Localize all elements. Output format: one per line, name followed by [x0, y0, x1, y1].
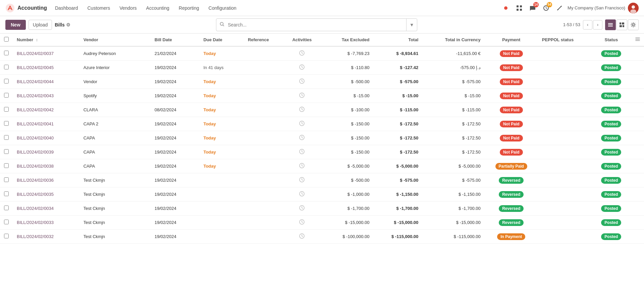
pagination-next[interactable]: › — [593, 20, 602, 30]
new-button[interactable]: New — [5, 20, 26, 30]
row-activities[interactable] — [284, 75, 320, 89]
row-vendor[interactable]: Audrey Peterson — [79, 46, 151, 61]
col-tax-excluded[interactable]: Tax Excluded — [320, 34, 374, 46]
row-vendor[interactable]: Test Ckmjn — [79, 216, 151, 230]
kanban-view-button[interactable] — [616, 19, 627, 30]
row-number[interactable]: BILL/2024/02/0038 — [13, 159, 79, 173]
row-checkbox[interactable] — [4, 177, 9, 182]
row-peppol — [538, 61, 591, 75]
col-number[interactable]: Number ↕ — [13, 34, 79, 46]
row-peppol — [538, 145, 591, 159]
pagination-prev[interactable]: ‹ — [583, 20, 592, 30]
row-vendor[interactable]: Azure Interior — [79, 61, 151, 75]
row-activities[interactable] — [284, 159, 320, 173]
col-settings[interactable] — [631, 34, 644, 46]
col-total[interactable]: Total — [374, 34, 423, 46]
row-number[interactable]: BILL/2024/02/0034 — [13, 201, 79, 216]
row-checkbox[interactable] — [4, 149, 9, 154]
row-checkbox[interactable] — [4, 135, 9, 140]
row-checkbox[interactable] — [4, 65, 9, 69]
row-number[interactable]: BILL/2024/02/0032 — [13, 230, 79, 244]
row-number[interactable]: BILL/2024/02/0042 — [13, 103, 79, 117]
row-vendor[interactable]: Test Ckmjn — [79, 201, 151, 216]
row-checkbox[interactable] — [4, 206, 9, 210]
row-checkbox[interactable] — [4, 163, 9, 168]
nav-vendors[interactable]: Vendors — [115, 3, 141, 13]
row-activities[interactable] — [284, 187, 320, 201]
clock-button[interactable]: 54 — [541, 3, 551, 13]
row-number[interactable]: BILL/2024/02/0044 — [13, 75, 79, 89]
row-checkbox[interactable] — [4, 93, 9, 98]
row-checkbox[interactable] — [4, 191, 9, 196]
upload-button[interactable]: Upload — [29, 20, 52, 30]
messages-button[interactable]: 14 — [527, 3, 538, 13]
row-number[interactable]: BILL/2024/02/0043 — [13, 89, 79, 103]
list-view-button[interactable] — [605, 19, 616, 30]
row-number[interactable]: BILL/2024/02/0037 — [13, 46, 79, 61]
row-activities[interactable] — [284, 61, 320, 75]
col-peppol[interactable]: PEPPOL status — [538, 34, 591, 46]
nav-accounting[interactable]: Accounting — [142, 3, 173, 13]
col-status[interactable]: Status — [591, 34, 631, 46]
nav-dashboard[interactable]: Dashboard — [51, 3, 82, 13]
search-input[interactable] — [228, 20, 406, 30]
row-number[interactable]: BILL/2024/02/0045 — [13, 61, 79, 75]
row-due-date: Today — [199, 145, 244, 159]
col-activities[interactable]: Activities — [284, 34, 320, 46]
app-logo[interactable]: Accounting — [5, 3, 47, 13]
row-number[interactable]: BILL/2024/02/0036 — [13, 173, 79, 187]
row-vendor[interactable]: Spotify — [79, 89, 151, 103]
select-all-checkbox[interactable] — [4, 37, 9, 42]
bills-settings-icon[interactable]: ⚙ — [66, 22, 70, 27]
row-number[interactable]: BILL/2024/02/0040 — [13, 131, 79, 145]
row-total-currency: $ -172.50 — [422, 145, 484, 159]
row-activities[interactable] — [284, 131, 320, 145]
status-indicator[interactable] — [500, 3, 511, 13]
row-vendor[interactable]: CLARA — [79, 103, 151, 117]
row-checkbox[interactable] — [4, 51, 9, 55]
grid-menu-button[interactable] — [514, 3, 525, 13]
settings-view-button[interactable] — [628, 19, 639, 30]
row-vendor[interactable]: Test Ckmjn — [79, 230, 151, 244]
row-activities[interactable] — [284, 103, 320, 117]
row-checkbox[interactable] — [4, 234, 9, 238]
col-due-date[interactable]: Due Date — [199, 34, 244, 46]
row-activities[interactable] — [284, 230, 320, 244]
row-activities[interactable] — [284, 89, 320, 103]
row-activities[interactable] — [284, 46, 320, 61]
row-activities[interactable] — [284, 145, 320, 159]
row-action-col — [631, 46, 644, 61]
row-vendor[interactable]: CAPA — [79, 145, 151, 159]
row-activities[interactable] — [284, 173, 320, 187]
select-all-header[interactable] — [0, 34, 13, 46]
row-number[interactable]: BILL/2024/02/0041 — [13, 117, 79, 131]
row-vendor[interactable]: CAPA — [79, 131, 151, 145]
row-number[interactable]: BILL/2024/02/0035 — [13, 187, 79, 201]
row-number[interactable]: BILL/2024/02/0039 — [13, 145, 79, 159]
row-checkbox[interactable] — [4, 107, 9, 112]
col-reference[interactable]: Reference — [244, 34, 284, 46]
row-vendor[interactable]: Vendor — [79, 75, 151, 89]
row-number[interactable]: BILL/2024/02/0033 — [13, 216, 79, 230]
row-activities[interactable] — [284, 117, 320, 131]
row-checkbox[interactable] — [4, 121, 9, 126]
search-dropdown-button[interactable]: ▼ — [406, 19, 417, 31]
nav-reporting[interactable]: Reporting — [175, 3, 203, 13]
col-vendor[interactable]: Vendor — [79, 34, 151, 46]
row-vendor[interactable]: CAPA 2 — [79, 117, 151, 131]
row-vendor[interactable]: Test Ckmjn — [79, 173, 151, 187]
user-avatar[interactable] — [628, 3, 639, 13]
row-vendor[interactable]: Test Ckmjn — [79, 187, 151, 201]
row-payment-status: Reversed — [485, 173, 538, 187]
row-checkbox[interactable] — [4, 220, 9, 224]
row-activities[interactable] — [284, 201, 320, 216]
row-activities[interactable] — [284, 216, 320, 230]
col-payment[interactable]: Payment — [485, 34, 538, 46]
nav-customers[interactable]: Customers — [84, 3, 114, 13]
col-bill-date[interactable]: Bill Date — [151, 34, 200, 46]
col-total-currency[interactable]: Total in Currency — [422, 34, 484, 46]
row-checkbox[interactable] — [4, 79, 9, 83]
row-vendor[interactable]: CAPA — [79, 159, 151, 173]
settings-button[interactable] — [554, 3, 565, 13]
nav-configuration[interactable]: Configuration — [205, 3, 240, 13]
